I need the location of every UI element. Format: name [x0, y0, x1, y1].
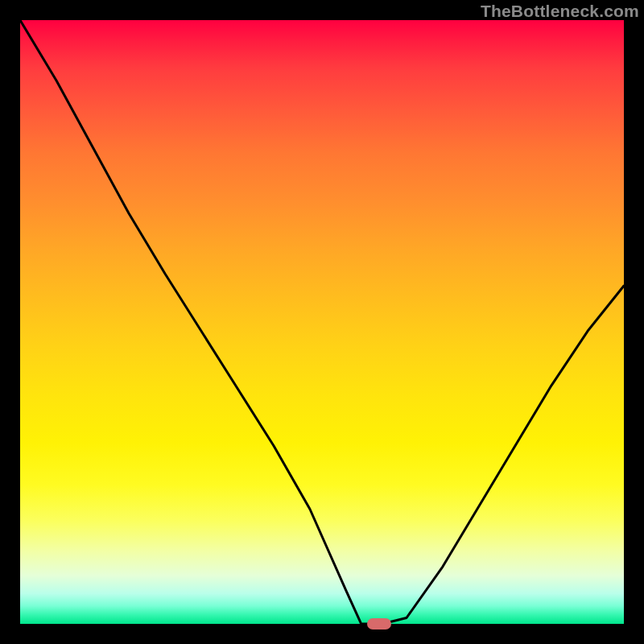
bottleneck-curve	[20, 20, 624, 624]
watermark-text: TheBottleneck.com	[481, 2, 639, 21]
chart-frame: TheBottleneck.com	[0, 0, 644, 644]
gradient-plot-area	[20, 20, 624, 624]
optimum-marker	[367, 618, 391, 630]
